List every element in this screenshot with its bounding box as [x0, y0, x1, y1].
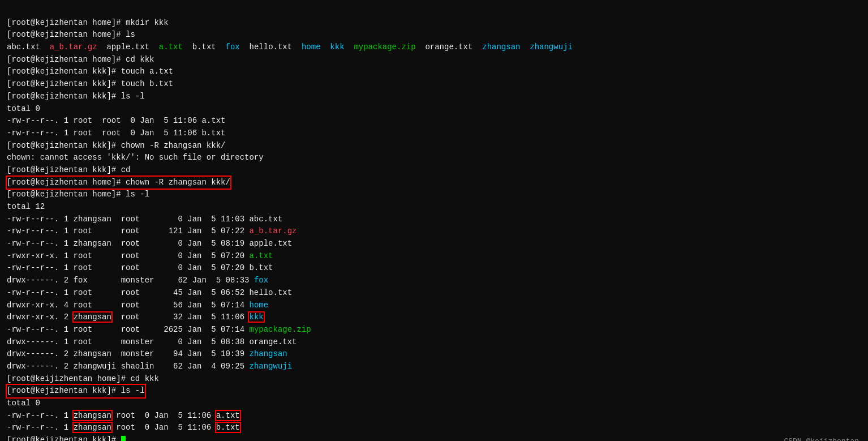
terminal-line-l33: -rw-r--r--. 1 zhangsan root 0 Jan 5 11:0… [7, 410, 861, 422]
terminal-line-l3: abc.txt a_b.tar.gz apple.txt a.txt b.txt… [7, 41, 861, 54]
terminal-line-l22: drwx------. 2 fox monster 62 Jan 5 08:33… [7, 275, 861, 287]
terminal-line-l4: [root@kejizhentan home]# cd kkk [7, 54, 861, 66]
terminal: [root@kejizhentan home]# mkdir kkk[root@… [0, 0, 868, 441]
terminal-line-l12: chown: cannot access 'kkk/': No such fil… [7, 152, 861, 164]
terminal-line-l2: [root@kejizhentan home]# ls [7, 29, 861, 41]
cursor [121, 436, 126, 441]
terminal-line-l11: [root@kejizhentan kkk]# chown -R zhangsa… [7, 140, 861, 152]
terminal-line-l13: [root@kejizhentan kkk]# cd [7, 164, 861, 177]
terminal-line-l35: [root@kejizhentan kkk]# [7, 434, 861, 441]
terminal-line-l26: -rw-r--r--. 1 root root 2625 Jan 5 07:14… [7, 324, 861, 336]
terminal-line-l9: -rw-r--r--. 1 root root 0 Jan 5 11:06 a.… [7, 115, 861, 127]
watermark: CSDN @kejizhentan [784, 437, 859, 441]
terminal-line-l7: [root@kejizhentan kkk]# ls -l [7, 91, 861, 103]
terminal-line-l21: -rw-r--r--. 1 root root 0 Jan 5 07:20 b.… [7, 262, 861, 275]
terminal-line-l25: drwxr-xr-x. 2 zhangsan root 32 Jan 5 11:… [7, 311, 861, 324]
terminal-line-l28: drwx------. 2 zhangsan monster 94 Jan 5 … [7, 348, 861, 361]
terminal-line-l23: -rw-r--r--. 1 root root 45 Jan 5 06:52 h… [7, 287, 861, 299]
terminal-line-l16: total 12 [7, 201, 861, 213]
terminal-line-l14: [root@kejizhentan home]# chown -R zhangs… [7, 177, 230, 189]
terminal-line-l29: drwx------. 2 zhangwuji shaolin 62 Jan 4… [7, 361, 861, 373]
terminal-line-l32: total 0 [7, 397, 861, 410]
terminal-line-l19: -rw-r--r--. 1 zhangsan root 0 Jan 5 08:1… [7, 238, 861, 250]
terminal-line-l1: [root@kejizhentan home]# mkdir kkk [7, 17, 861, 29]
terminal-line-l6: [root@kejizhentan kkk]# touch b.txt [7, 78, 861, 91]
terminal-line-l20: -rwxr-xr-x. 1 root root 0 Jan 5 07:20 a.… [7, 250, 861, 263]
terminal-line-l17: -rw-r--r--. 1 zhangsan root 0 Jan 5 11:0… [7, 213, 861, 226]
terminal-line-l10: -rw-r--r--. 1 root root 0 Jan 5 11:06 b.… [7, 127, 861, 140]
terminal-line-l5: [root@kejizhentan kkk]# touch a.txt [7, 66, 861, 78]
terminal-line-l34: -rw-r--r--. 1 zhangsan root 0 Jan 5 11:0… [7, 422, 861, 434]
terminal-line-l15: [root@kejizhentan home]# ls -l [7, 189, 861, 201]
terminal-line-l27: drwx------. 1 root monster 0 Jan 5 08:38… [7, 336, 861, 349]
terminal-line-l24: drwxr-xr-x. 4 root root 56 Jan 5 07:14 h… [7, 299, 861, 312]
terminal-line-l8: total 0 [7, 103, 861, 115]
terminal-line-l31: [root@kejizhentan kkk]# ls -l [7, 385, 145, 397]
terminal-line-l30: [root@keijizhentan home]# cd kkk [7, 373, 861, 386]
terminal-line-l18: -rw-r--r--. 1 root root 121 Jan 5 07:22 … [7, 225, 861, 238]
